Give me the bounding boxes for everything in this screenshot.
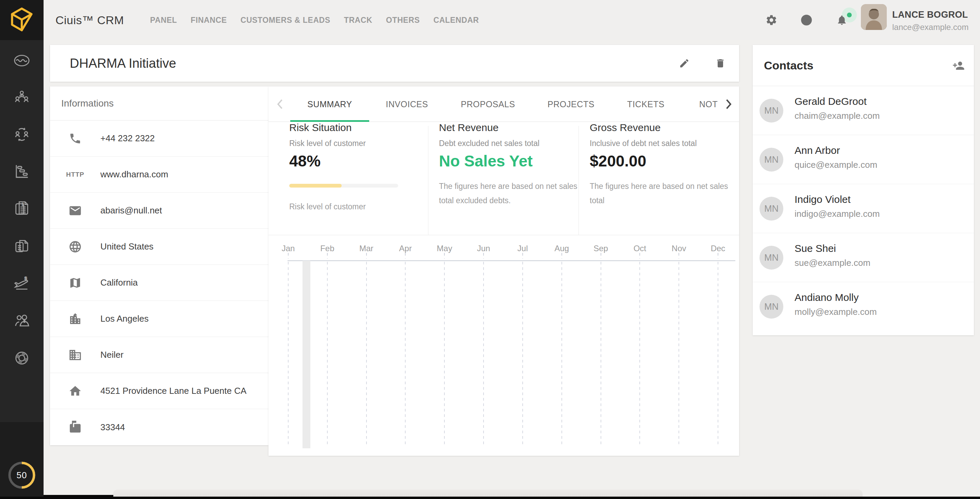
chart-axis-line [288,260,735,261]
month-tick [601,253,601,259]
tab-not[interactable]: NOT [699,86,718,122]
info-row: abaris@null.net [50,193,269,229]
documents-icon [14,238,30,255]
stat-value: 48% [289,152,321,170]
nav-item-track[interactable]: TRACK [344,16,372,25]
month-tick-label: Jun [477,244,490,253]
month-tick-label: Oct [633,244,646,253]
approvals-check-icon[interactable] [795,0,817,40]
contact-avatar: MN [759,99,783,123]
delete-trash-icon[interactable] [708,45,732,82]
edit-pencil-icon[interactable] [672,45,696,82]
http-icon: HTTP [50,171,100,179]
tab-proposals[interactable]: PROPOSALS [461,86,515,122]
informations-panel: Informations +44 232 2322HTTPwww.dharna.… [50,86,269,445]
nav-item-calendar[interactable]: CALENDAR [434,16,479,25]
contact-email: quice@example.com [795,159,877,170]
month-gridline [288,262,288,446]
contacts-panel: Contacts MNGerald DeGrootchaim@example.c… [753,45,974,335]
contact-email: chaim@example.com [795,111,880,121]
info-row: HTTPwww.dharna.com [50,156,269,193]
contacts-list: MNGerald DeGrootchaim@example.comMNAnn A… [753,86,974,331]
customer-title-card: DHARMA Initiative [50,45,739,82]
info-value: Neiler [100,349,124,360]
user-avatar[interactable] [861,4,887,30]
sidebar-item-support[interactable] [0,348,43,370]
month-tick-label: Jan [282,244,295,253]
info-row: +44 232 2322 [50,121,269,156]
sidebar-item-analytics[interactable] [0,50,43,72]
nav-item-panel[interactable]: PANEL [150,16,177,25]
chevron-right-icon[interactable] [721,86,737,122]
contacts-title: Contacts [753,45,974,86]
page-title: DHARMA Initiative [70,45,176,82]
month-gridline [366,262,367,446]
month-tick [679,253,679,259]
sidebar-item-hr-staff[interactable] [0,311,43,332]
info-row: United States [50,229,269,265]
stat-subtitle: Debt excluded net sales total [439,139,539,148]
tab-tickets[interactable]: TICKETS [627,86,665,122]
notifications-bell-icon[interactable] [831,0,853,40]
stat-value: $200.00 [590,152,646,170]
top-navigation: PANELFINANCECUSTOMERS & LEADSTRACKOTHERS… [150,0,479,40]
company-icon [50,348,100,362]
horizontal-scrollbar[interactable] [0,497,980,499]
month-tick-label: Feb [320,244,334,253]
sidebar-item-customers-org[interactable] [0,87,43,108]
add-contact-icon[interactable] [943,45,974,86]
contact-row[interactable]: MNAnn Arborquice@example.com [753,135,974,184]
month-gridline [405,262,406,446]
sidebar-item-documents[interactable] [0,236,43,257]
sidebar-item-invoices[interactable]: $ [0,198,43,220]
tab-invoices[interactable]: INVOICES [386,86,428,122]
info-value: +44 232 2322 [100,133,155,143]
analytics-icon [13,53,30,69]
stat-value: No Sales Yet [439,152,533,170]
sidebar-item-leads-exchange[interactable] [0,124,43,145]
month-tick [522,253,523,259]
settings-gear-icon[interactable] [760,0,782,40]
customer-detail-card: SUMMARYINVOICESPROPOSALSPROJECTSTICKETSN… [269,86,739,456]
tab-projects[interactable]: PROJECTS [547,86,595,122]
contact-row[interactable]: MNIndigo Violetindigo@example.com [753,184,974,233]
month-gridline [522,262,523,446]
month-tick-label: Jul [517,244,528,253]
info-value: California [100,277,138,288]
month-tick [405,253,406,259]
support-icon [14,350,30,367]
nav-item-finance[interactable]: FINANCE [191,16,227,25]
horizontal-scrollbar-thumb[interactable] [43,495,113,499]
month-tick-label: Dec [711,244,725,253]
topbar: Ciuis™ CRM PANELFINANCECUSTOMERS & LEADS… [43,0,980,40]
nav-item-customers-leads[interactable]: CUSTOMERS & LEADS [240,16,331,25]
score-ring-indicator: 50 [5,458,39,492]
cube-logo-icon [11,7,33,33]
chevron-left-icon[interactable] [271,86,288,122]
info-row: California [50,265,269,301]
stat-subtitle: Risk level of customer [289,139,366,148]
stat-divider [428,126,428,235]
app-logo[interactable] [0,0,43,40]
contact-avatar: MN [759,148,783,172]
user-name[interactable]: LANCE BOGROL [892,10,968,20]
contact-row[interactable]: MNSue Sheisue@example.com [753,233,974,282]
month-gridline [444,262,445,446]
contact-email: molly@example.com [795,307,877,317]
contact-row[interactable]: MNAndiano Mollymolly@example.com [753,282,974,331]
sidebar-item-travel-expense[interactable]: $ [0,274,43,295]
month-gridline [601,262,601,446]
month-gridline [562,262,562,446]
month-tick [366,253,367,259]
tab-summary[interactable]: SUMMARY [307,86,352,122]
stat-title: Net Revenue [439,122,498,134]
mail-icon [50,204,100,217]
risk-progress-fill [289,184,342,188]
sidebar-item-gantt-report[interactable] [0,161,43,183]
contact-row[interactable]: MNGerald DeGrootchaim@example.com [753,86,974,135]
nav-item-others[interactable]: OTHERS [386,16,420,25]
contact-avatar: MN [759,246,783,269]
month-gridline [679,262,679,446]
info-value: abaris@null.net [100,205,162,216]
contact-name: Indigo Violet [795,194,851,205]
